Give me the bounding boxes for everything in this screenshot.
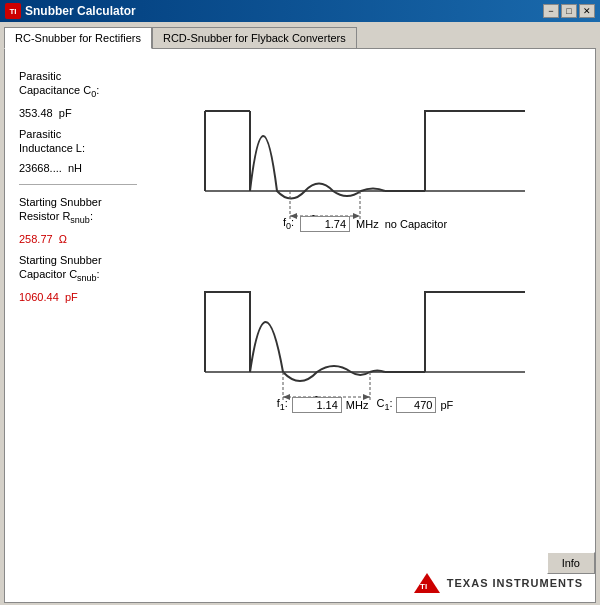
parasitic-cap-label: ParasiticCapacitance C0:	[19, 69, 137, 101]
ti-company-name: TEXAS INSTRUMENTS	[447, 577, 583, 589]
snubber-cap-label: Starting SnubberCapacitor Csnub:	[19, 253, 137, 285]
svg-text:TI: TI	[420, 582, 427, 591]
left-panel: ParasiticCapacitance C0: 353.48 pF Paras…	[13, 57, 143, 594]
f1-unit: MHz	[346, 399, 369, 411]
freq1-row: f1: MHz C1: pF	[277, 397, 454, 413]
snubber-cap-value: 1060.44 pF	[19, 291, 137, 303]
c1-label: C1:	[376, 397, 392, 412]
f0-input[interactable]	[300, 216, 350, 232]
window-body: RC-Snubber for Rectifiers RCD-Snubber fo…	[0, 22, 600, 605]
waveform-bottom-svg: f 1	[195, 242, 535, 407]
waveform-top-section: f 0	[147, 61, 583, 226]
snubber-resistor-value: 258.77 Ω	[19, 233, 137, 245]
ti-logo-icon: TI	[413, 572, 441, 594]
tab-content: ParasiticCapacitance C0: 353.48 pF Paras…	[4, 48, 596, 603]
window-controls: − □ ✕	[543, 4, 595, 18]
window-title: Snubber Calculator	[25, 4, 543, 18]
no-cap-text: no Capacitor	[385, 218, 447, 230]
section-divider	[19, 184, 137, 185]
ti-branding: TI TEXAS INSTRUMENTS	[413, 572, 583, 594]
tab-bar: RC-Snubber for Rectifiers RCD-Snubber fo…	[4, 26, 596, 48]
tab-rcd-snubber[interactable]: RCD-Snubber for Flyback Converters	[152, 27, 357, 49]
ti-logo-icon: TI	[5, 3, 21, 19]
waveform-bottom-section: f 1	[147, 242, 583, 407]
minimize-button[interactable]: −	[543, 4, 559, 18]
waveform-top-svg: f 0	[195, 61, 535, 226]
parasitic-ind-value: 23668.... nH	[19, 162, 137, 174]
c1-input[interactable]	[396, 397, 436, 413]
bottom-actions: Info TI TEXAS INSTRUMENTS	[147, 562, 583, 594]
f1-label: f1:	[277, 397, 288, 412]
parasitic-cap-value: 353.48 pF	[19, 107, 137, 119]
freq0-row: f0: MHz no Capacitor	[283, 216, 447, 232]
parasitic-ind-label: ParasiticInductance L:	[19, 127, 137, 156]
tab-rc-snubber[interactable]: RC-Snubber for Rectifiers	[4, 27, 152, 49]
title-bar: TI Snubber Calculator − □ ✕	[0, 0, 600, 22]
f0-unit: MHz	[356, 218, 379, 230]
f0-label: f0:	[283, 216, 294, 231]
info-button[interactable]: Info	[547, 552, 595, 574]
f1-input[interactable]	[292, 397, 342, 413]
c1-unit: pF	[440, 399, 453, 411]
close-button[interactable]: ✕	[579, 4, 595, 18]
right-panel: f 0 f0: MHz no Capacitor	[143, 57, 587, 594]
main-layout: ParasiticCapacitance C0: 353.48 pF Paras…	[13, 57, 587, 594]
snubber-resistor-label: Starting SnubberResistor Rsnub:	[19, 195, 137, 227]
maximize-button[interactable]: □	[561, 4, 577, 18]
